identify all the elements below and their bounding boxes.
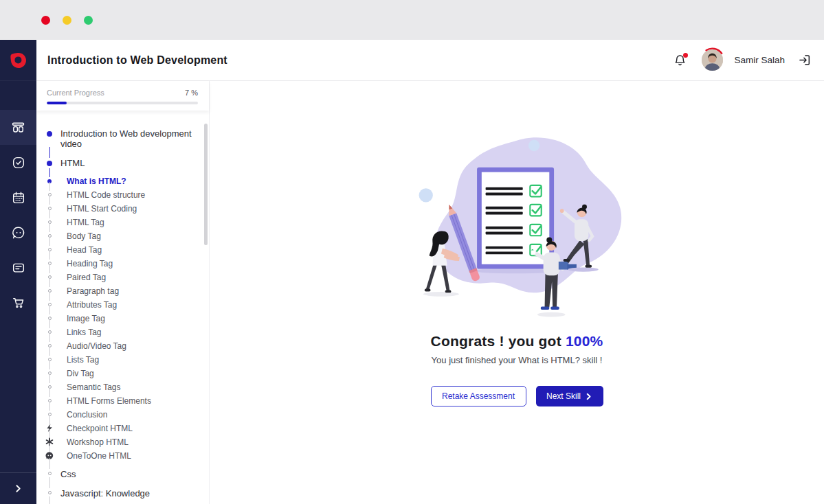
outline-item[interactable]: HTML Code structure xyxy=(36,188,209,202)
logout-icon xyxy=(797,53,812,67)
outline-connector-line xyxy=(49,209,50,218)
outline-item-label: Css xyxy=(60,469,198,479)
outline-item[interactable]: Introduction to Web development video xyxy=(36,126,209,152)
outline-connector-line xyxy=(49,147,50,158)
outline-item-label: Paired Tag xyxy=(67,273,106,282)
outline-item[interactable]: Audio/Video Tag xyxy=(36,339,209,353)
outline-connector-line xyxy=(49,251,50,260)
outline-connector-line xyxy=(49,477,50,488)
chevron-right-icon xyxy=(14,484,23,493)
outline-connector-line xyxy=(49,278,50,287)
outline-item[interactable]: HTML xyxy=(36,155,209,171)
outline-item[interactable]: Div Tag xyxy=(36,367,209,380)
outline-connector-line xyxy=(49,388,50,397)
outline-item[interactable]: Head Tag xyxy=(36,243,209,257)
outline-item[interactable]: Checkpoint HTML xyxy=(36,422,209,435)
outline-item[interactable]: Conclusion xyxy=(36,408,209,422)
outline-connector-line xyxy=(49,168,50,177)
outline-item-label: What is HTML? xyxy=(67,176,126,186)
outline-item[interactable]: Links Tag xyxy=(36,325,209,339)
outline-item[interactable]: Image Tag xyxy=(36,312,209,325)
outline-item[interactable]: Lists Tag xyxy=(36,353,209,367)
outline-item[interactable]: What is HTML? xyxy=(36,174,209,188)
outline-item[interactable]: Body Tag xyxy=(36,229,209,243)
outline-item-label: Div Tag xyxy=(67,369,94,378)
outline-item-label: Lists Tag xyxy=(67,355,99,365)
congrats-text: Congrats ! you got xyxy=(431,333,566,349)
window-titlebar xyxy=(0,0,824,40)
outline-bullet-done xyxy=(47,131,52,137)
outline-item-label: Attributes Tag xyxy=(67,300,117,310)
cart-icon xyxy=(11,295,26,310)
outline-connector-line xyxy=(49,458,50,469)
outline-item-label: OneToOne HTML xyxy=(67,451,131,461)
outline-connector-line xyxy=(49,402,50,411)
outline-item-label: HTML Tag xyxy=(67,218,104,227)
sidebar-item-calendar[interactable] xyxy=(0,180,36,215)
outline-item[interactable]: HTML Tag xyxy=(36,216,209,229)
outline-connector-line xyxy=(49,196,50,205)
outline-item[interactable]: Css xyxy=(36,466,209,482)
outline-connector-line xyxy=(49,319,50,328)
calendar-icon xyxy=(11,190,26,205)
maximize-window-button[interactable] xyxy=(84,16,93,25)
outline-item-label: Audio/Video Tag xyxy=(67,341,126,351)
header-actions: Samir Salah xyxy=(673,47,812,73)
next-skill-button[interactable]: Next Skill xyxy=(536,386,603,406)
note-card-icon xyxy=(11,260,26,275)
congrats-heading: Congrats ! you got 100% xyxy=(431,333,603,350)
app-logo[interactable] xyxy=(0,40,36,81)
sidebar-expand-button[interactable] xyxy=(0,472,36,504)
sidebar-item-cart[interactable] xyxy=(0,285,36,320)
outline-item[interactable]: Paragraph tag xyxy=(36,284,209,298)
progress-bar-fill xyxy=(47,102,67,104)
chevron-right-icon xyxy=(585,393,592,400)
sidebar-item-courses[interactable] xyxy=(0,110,36,145)
outline-item-label: HTML xyxy=(60,158,198,168)
chat-bubble-icon xyxy=(11,225,26,240)
outline-item-label: Body Tag xyxy=(67,231,101,241)
outline-item-label: Links Tag xyxy=(67,328,101,337)
user-avatar[interactable] xyxy=(700,47,725,73)
outline-item-label: HTML Start Coding xyxy=(67,204,137,214)
check-square-icon xyxy=(11,155,26,170)
outline-item-label: Head Tag xyxy=(67,245,102,255)
outline-item[interactable]: HTML Forms Elements xyxy=(36,394,209,408)
logout-button[interactable] xyxy=(797,53,812,67)
notifications-button[interactable] xyxy=(673,53,687,67)
outline-connector-line xyxy=(49,360,50,369)
outline-item-label: Javascript: Knowledge xyxy=(60,488,198,499)
course-outline-panel: Current Progress 7 % Introduction to Web… xyxy=(36,81,210,504)
outline-connector-line xyxy=(49,333,50,342)
checklist-celebration-illustration xyxy=(403,126,630,319)
outline-item[interactable]: Heading Tag xyxy=(36,257,209,271)
outline-item[interactable]: Semantic Tags xyxy=(36,380,209,394)
outline-item-label: Heading Tag xyxy=(67,259,113,268)
minimize-window-button[interactable] xyxy=(63,16,71,25)
outline-item[interactable]: HTML Start Coding xyxy=(36,202,209,216)
next-skill-label: Next Skill xyxy=(546,391,581,401)
outline-item[interactable]: Paired Tag xyxy=(36,271,209,284)
outline-bullet-open xyxy=(48,472,52,475)
courses-icon xyxy=(10,119,26,135)
outline-item-label: Semantic Tags xyxy=(67,382,121,392)
outline-item-label: Conclusion xyxy=(67,410,107,420)
outline-scrollbar[interactable] xyxy=(204,124,208,245)
outline-item-label: Image Tag xyxy=(67,314,105,323)
outline-item[interactable]: Attributes Tag xyxy=(36,298,209,312)
user-name[interactable]: Samir Salah xyxy=(734,55,785,65)
outline-item[interactable]: Javascript: Knowledge xyxy=(36,485,209,501)
progress-card: Current Progress 7 % xyxy=(36,81,209,111)
progress-bar xyxy=(47,102,198,104)
main-content: Congrats ! you got 100% You just finishe… xyxy=(210,81,824,504)
outline-item[interactable]: OneToOne HTML xyxy=(36,449,209,463)
sidebar-item-chat[interactable] xyxy=(0,215,36,250)
icon-sidebar xyxy=(0,40,36,504)
sidebar-item-tasks[interactable] xyxy=(0,145,36,180)
score-text: 100% xyxy=(566,333,603,349)
sidebar-item-notes[interactable] xyxy=(0,250,36,285)
outline-item[interactable]: Workshop HTML xyxy=(36,435,209,449)
retake-assessment-button[interactable]: Retake Assessment xyxy=(431,386,526,406)
outline-connector-line xyxy=(49,292,50,301)
close-window-button[interactable] xyxy=(41,16,50,25)
